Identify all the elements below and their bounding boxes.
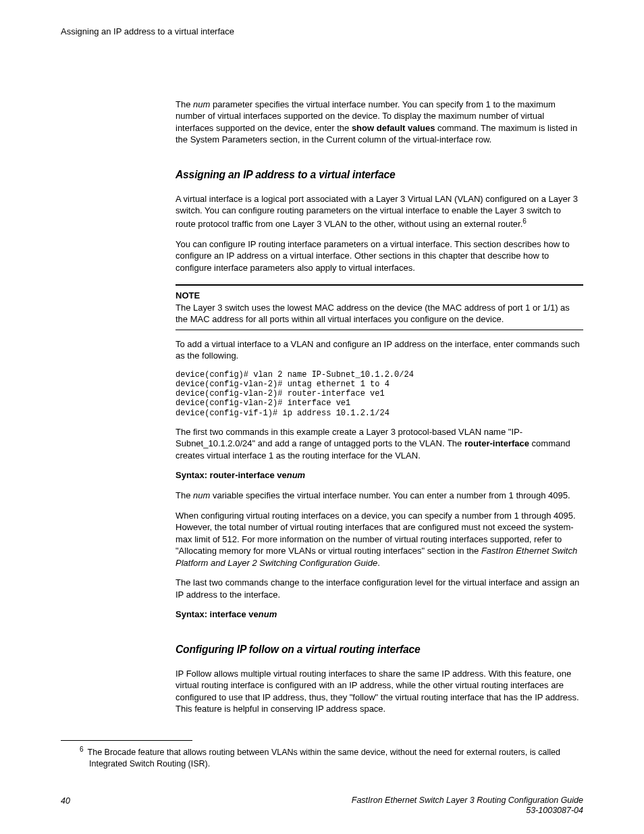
code-block: device(config)# vlan 2 name IP-Subnet_10… [176,370,583,418]
footnote: 6The Brocade feature that allows routing… [61,745,583,769]
page-content: The num parameter specifies the virtual … [176,99,583,715]
paragraph: The num variable specifies the virtual i… [176,490,583,502]
footnote-text: The Brocade feature that allows routing … [88,748,560,768]
page-footer: 40 FastIron Ethernet Switch Layer 3 Rout… [61,796,583,816]
syntax-line: Syntax: router-interface venum [176,469,583,481]
command-name: show default values [352,123,435,133]
text: The [176,99,193,109]
note-block: NOTE The Layer 3 switch uses the lowest … [176,284,583,330]
page-number: 40 [61,796,70,807]
command-name: router-interface [464,438,529,448]
paragraph: The last two commands change to the inte… [176,577,583,600]
text: variable specifies the virtual interface… [210,490,570,500]
paragraph: The first two commands in this example c… [176,426,583,462]
section-heading-ip-follow: Configuring IP follow on a virtual routi… [176,642,551,658]
section-heading-assign-ip: Assigning an IP address to a virtual int… [176,167,551,183]
paragraph: You can configure IP routing interface p… [176,238,583,274]
syntax-param: num [287,470,305,480]
syntax-label: Syntax: router-interface ve [176,470,287,480]
syntax-line: Syntax: interface venum [176,608,583,621]
guide-docnum: 53-1003087-04 [526,806,583,815]
parameter-name: num [193,99,210,109]
note-label: NOTE [176,290,583,302]
syntax-label: Syntax: interface ve [176,609,259,619]
document-page: Assigning an IP address to a virtual int… [0,0,644,834]
text: . [377,558,380,568]
paragraph: A virtual interface is a logical port as… [176,193,583,230]
parameter-name: num [193,490,210,500]
footer-guide: FastIron Ethernet Switch Layer 3 Routing… [352,796,583,816]
running-header: Assigning an IP address to a virtual int… [61,26,583,38]
paragraph: When configuring virtual routing interfa… [176,510,583,569]
text: The [176,490,193,500]
footnote-marker: 6 [80,746,84,753]
footnote-area: 6The Brocade feature that allows routing… [61,740,583,769]
syntax-param: num [259,609,277,619]
footnote-reference: 6 [522,217,527,225]
text: A virtual interface is a logical port as… [176,194,578,229]
guide-title: FastIron Ethernet Switch Layer 3 Routing… [352,796,583,805]
paragraph: To add a virtual interface to a VLAN and… [176,338,583,362]
paragraph: The num parameter specifies the virtual … [176,99,583,146]
paragraph: IP Follow allows multiple virtual routin… [176,668,583,715]
note-body: The Layer 3 switch uses the lowest MAC a… [176,302,583,325]
footnote-separator [61,740,192,741]
